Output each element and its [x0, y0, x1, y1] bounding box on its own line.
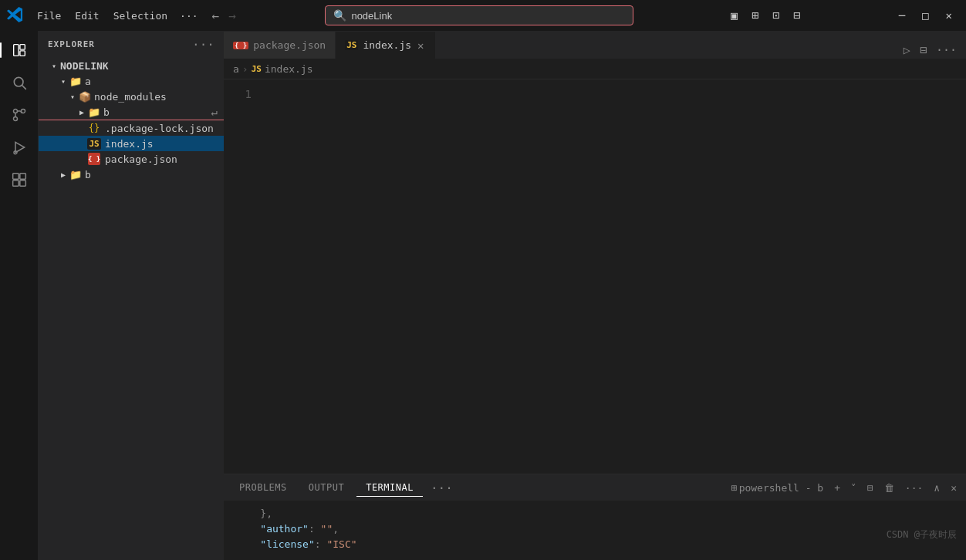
- terminal-label: powershell - b: [739, 482, 824, 494]
- tree-label-a: a: [85, 76, 91, 87]
- activity-source-control[interactable]: [6, 102, 32, 128]
- menu-more[interactable]: ···: [175, 7, 202, 25]
- tab-close-button[interactable]: ✕: [416, 38, 425, 53]
- line-1: [261, 86, 966, 103]
- activity-run[interactable]: [6, 134, 32, 160]
- split-terminal-button[interactable]: ⊟: [864, 481, 876, 495]
- svg-point-7: [13, 117, 17, 121]
- breadcrumb: a › JS index.js: [224, 59, 966, 79]
- layout-icon-2[interactable]: ⊡: [768, 6, 784, 25]
- terminal-icon: ⊞: [731, 482, 738, 494]
- search-input[interactable]: [351, 10, 625, 22]
- terminal-line-1: },: [236, 506, 954, 521]
- breadcrumb-indexjs[interactable]: index.js: [265, 63, 313, 75]
- tree-label-b-inner: b: [103, 106, 110, 118]
- sidebar-toggle-icon[interactable]: ▣: [726, 6, 742, 25]
- title-bar-icons: ▣ ⊞ ⊡ ⊟: [726, 6, 805, 25]
- activity-explorer[interactable]: [6, 37, 32, 63]
- tree-item-package-lock[interactable]: {} .package-lock.json: [39, 120, 224, 136]
- tree-item-node-modules[interactable]: ▾ 📦 node_modules: [39, 89, 224, 104]
- tab-terminal[interactable]: TERMINAL: [356, 479, 423, 497]
- minimize-button[interactable]: ─: [891, 6, 913, 25]
- panel-collapse-button[interactable]: ∧: [931, 481, 943, 495]
- menu-bar: File Edit Selection ···: [31, 7, 203, 25]
- editor-content[interactable]: 1: [224, 79, 966, 474]
- nav-back[interactable]: ←: [209, 7, 223, 25]
- sidebar: EXPLORER ··· ▾ NODELINK ▾ 📁 a ▾ 📦 node_m…: [39, 31, 224, 560]
- tab-output[interactable]: OUTPUT: [299, 479, 353, 496]
- terminal-line-2: "author": "",: [236, 521, 954, 537]
- bottom-panel: PROBLEMS OUTPUT TERMINAL ··· ⊞ powershel…: [224, 474, 966, 560]
- sidebar-more-button[interactable]: ···: [192, 37, 214, 52]
- menu-selection[interactable]: Selection: [107, 7, 174, 25]
- svg-line-4: [22, 86, 25, 89]
- activity-extensions[interactable]: [6, 167, 32, 193]
- panel-close-button[interactable]: ✕: [947, 481, 960, 495]
- tree-item-nodelink[interactable]: ▾ NODELINK: [39, 58, 224, 73]
- svg-rect-10: [12, 174, 19, 180]
- folder-icon-a: 📁: [69, 75, 82, 87]
- folder-icon-b-inner: 📁: [88, 106, 100, 118]
- tab-js-icon: JS: [345, 40, 358, 50]
- layout-icon-3[interactable]: ⊟: [789, 6, 805, 25]
- svg-rect-13: [19, 180, 25, 187]
- svg-rect-12: [12, 180, 19, 187]
- tab-bar: { } package.json JS index.js ✕ ▷ ⊟ ···: [224, 31, 966, 59]
- json-braces-icon: {}: [88, 122, 100, 134]
- menu-file[interactable]: File: [31, 7, 67, 25]
- tab-package-json[interactable]: { } package.json: [224, 32, 336, 59]
- tab-index-js-label: index.js: [363, 39, 411, 51]
- search-icon: 🔍: [333, 9, 346, 22]
- tree-label-package-lock: .package-lock.json: [105, 123, 214, 134]
- tree-label-package-json: package.json: [105, 153, 177, 165]
- folder-arrow-a: ▾: [57, 75, 69, 87]
- panel-more-button[interactable]: ···: [426, 479, 458, 497]
- nav-arrows: ← →: [209, 7, 239, 25]
- svg-point-5: [13, 110, 17, 113]
- tab-problems[interactable]: PROBLEMS: [230, 479, 296, 496]
- terminal-dropdown-button[interactable]: ˅: [848, 481, 860, 495]
- breadcrumb-a[interactable]: a: [233, 63, 239, 75]
- tab-bar-more-icon[interactable]: ···: [933, 42, 960, 59]
- new-terminal-button[interactable]: +: [831, 481, 843, 495]
- tree-label-node-modules: node_modules: [94, 91, 167, 103]
- layout-icon-1[interactable]: ⊞: [747, 6, 763, 25]
- sidebar-header: EXPLORER ···: [39, 31, 224, 58]
- folder-arrow-nodelink: ▾: [48, 59, 60, 72]
- folder-icon-node-modules: 📦: [79, 90, 91, 103]
- split-editor-icon[interactable]: ⊟: [917, 42, 930, 59]
- tree-item-package-json[interactable]: { } package.json: [39, 151, 224, 167]
- search-bar[interactable]: 🔍: [325, 5, 633, 25]
- tree-label-nodelink: NODELINK: [60, 60, 109, 72]
- window-controls: ─ □ ✕: [891, 6, 960, 25]
- svg-rect-11: [19, 174, 25, 180]
- tree-item-b-outer[interactable]: ▶ 📁 b: [39, 167, 224, 182]
- panel-right-controls: ⊞ powershell - b + ˅ ⊟ 🗑 ··· ∧ ✕: [728, 481, 960, 495]
- tab-bar-right: ▷ ⊟ ···: [894, 42, 966, 59]
- redirect-icon: ↵: [211, 106, 218, 118]
- maximize-button[interactable]: □: [914, 6, 936, 25]
- tree-item-b-inner[interactable]: ▶ 📁 b ↵: [39, 104, 224, 120]
- kill-terminal-button[interactable]: 🗑: [881, 481, 897, 495]
- editor-lines[interactable]: [261, 86, 966, 467]
- menu-edit[interactable]: Edit: [69, 7, 105, 25]
- activity-search[interactable]: [6, 69, 32, 96]
- tab-index-js[interactable]: JS index.js ✕: [336, 32, 435, 59]
- tree-item-a[interactable]: ▾ 📁 a: [39, 73, 224, 89]
- run-icon[interactable]: ▷: [900, 42, 914, 59]
- vscode-logo: [6, 6, 25, 25]
- tree-item-index-js[interactable]: JS index.js: [39, 136, 224, 151]
- nav-forward[interactable]: →: [225, 7, 239, 25]
- svg-rect-2: [19, 51, 24, 56]
- file-tree: ▾ NODELINK ▾ 📁 a ▾ 📦 node_modules ▶ 📁 b …: [39, 58, 224, 560]
- tab-package-json-label: package.json: [253, 39, 326, 51]
- json-file-icon: { }: [88, 153, 100, 165]
- terminal-more-button[interactable]: ···: [902, 481, 926, 495]
- terminal-content[interactable]: }, "author": "", "license": "ISC": [224, 501, 966, 560]
- close-button[interactable]: ✕: [938, 6, 960, 25]
- folder-arrow-b-inner: ▶: [76, 106, 88, 118]
- tab-json-icon: { }: [233, 42, 248, 49]
- svg-rect-0: [13, 45, 18, 56]
- tree-label-b-outer: b: [85, 169, 91, 180]
- terminal-shell-label: ⊞ powershell - b: [728, 481, 826, 495]
